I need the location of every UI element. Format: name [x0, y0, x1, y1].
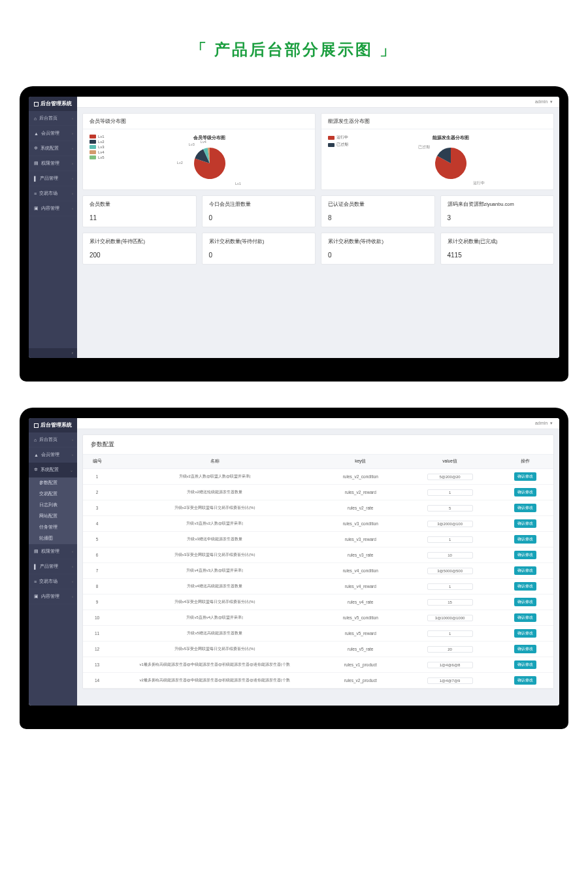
confirm-modify-button[interactable]: 确认修改 [514, 582, 536, 591]
table-row: 4升级v3直推v2人数@联盟开采率|rules_v3_condition确认修改 [83, 516, 553, 532]
settings-icon: ✲ [34, 467, 38, 472]
sidebar-item[interactable]: ▤权限管理› [29, 156, 77, 171]
chevron-right-icon: › [72, 131, 73, 135]
sidebar-item[interactable]: ✲系统配置⌄ [29, 463, 77, 478]
sidebar-collapse[interactable]: ‹ [29, 348, 77, 358]
th-key: key值 [318, 455, 403, 469]
stat-card: 累计交易数量(等待匹配)200 [82, 233, 197, 265]
cell-key: rules_v4_reward [318, 579, 403, 594]
confirm-modify-button[interactable]: 确认修改 [514, 535, 536, 544]
sidebar-item[interactable]: ✲系统配置› [29, 141, 77, 156]
confirm-modify-button[interactable]: 确认修改 [514, 645, 536, 653]
cell-no: 3 [83, 500, 111, 516]
value-input[interactable] [427, 630, 473, 637]
sidebar-item[interactable]: ▤权限管理› [29, 544, 77, 559]
sidebar-item[interactable]: ⌂后台首页› [29, 111, 77, 126]
value-input[interactable] [427, 615, 473, 621]
cell-no: 13 [83, 657, 111, 673]
monitor-frame-1: 后台管理系统 ⌂后台首页›▲会员管理›✲系统配置›▤权限管理›▌产品管理›≡交易… [20, 86, 568, 382]
cell-name: 升级v2直推人数@联盟人数@联盟开采率| [111, 469, 318, 485]
table-row: 11升级v5赠送高级能源发生器数量rules_v5_reward确认修改 [83, 626, 553, 642]
value-input[interactable] [427, 536, 473, 543]
stat-card: 会员数量11 [82, 195, 197, 227]
cell-key: rules_v5_rate [318, 642, 403, 657]
chart-title: 会员等级分布图 [193, 135, 225, 141]
confirm-modify-button[interactable]: 确认修改 [514, 660, 536, 669]
value-input[interactable] [427, 552, 473, 559]
table-row: 14v2最多拥有高级能源发生器@中级能源发生器@初级能源发生器@迷你能源发生器|… [83, 673, 553, 689]
confirm-modify-button[interactable]: 确认修改 [514, 551, 536, 559]
brand-icon [34, 423, 39, 428]
market-icon: ≡ [34, 191, 37, 196]
sidebar-subitem[interactable]: 任务管理 [29, 522, 77, 533]
legend-item: Lv4 [90, 150, 105, 154]
value-input[interactable] [427, 568, 473, 574]
user-menu[interactable]: admin ▾ [534, 421, 553, 425]
sidebar-item[interactable]: ≡交易市场› [29, 186, 77, 201]
table-row: 10升级v5直推v4人数@联盟开采率|rules_v5_condition确认修… [83, 610, 553, 626]
stat-label: 累计交易数量(等待收款) [328, 238, 428, 245]
panel-title: 会员等级分布图 [83, 114, 315, 129]
system-brand: 后台管理系统 [29, 418, 77, 432]
panel-member-distribution: 会员等级分布图 Lv1Lv2Lv3Lv4Lv5 会员等级分布图 [82, 113, 316, 190]
sidebar-item[interactable]: ▣内容管理› [29, 589, 77, 604]
stat-label: 源码来自资源部ziyuanbu.com [448, 201, 547, 208]
sidebar-item[interactable]: ▲会员管理› [29, 126, 77, 141]
confirm-modify-button[interactable]: 确认修改 [514, 629, 536, 638]
cell-no: 11 [83, 626, 111, 642]
sidebar-item[interactable]: ≡交易市场› [29, 574, 77, 589]
page-heading: 「 产品后台部分展示图 」 [0, 0, 588, 86]
value-input[interactable] [427, 599, 473, 606]
settings-icon: ✲ [34, 146, 38, 151]
sidebar-item[interactable]: ▣内容管理› [29, 201, 77, 216]
confirm-modify-button[interactable]: 确认修改 [514, 598, 536, 606]
value-input[interactable] [427, 505, 473, 512]
legend-item: Lv2 [90, 140, 105, 144]
value-input[interactable] [427, 677, 473, 684]
stat-value: 0 [209, 214, 309, 221]
sidebar-item[interactable]: ▌产品管理› [29, 171, 77, 186]
value-input[interactable] [427, 646, 473, 653]
cell-no: 9 [83, 594, 111, 610]
sidebar-subitem[interactable]: 交易配置 [29, 489, 77, 500]
home-icon: ⌂ [34, 438, 37, 442]
table-row: 3升级v2享受全网联盟每日交易手续费百分比(%)rules_v2_rate确认修… [83, 500, 553, 516]
confirm-modify-button[interactable]: 确认修改 [514, 519, 536, 528]
cell-no: 8 [83, 579, 111, 594]
value-input[interactable] [427, 474, 473, 480]
sidebar-item[interactable]: ▲会员管理› [29, 448, 77, 463]
confirm-modify-button[interactable]: 确认修改 [514, 504, 536, 512]
market-icon: ≡ [34, 579, 37, 584]
stat-value: 3 [448, 214, 547, 221]
user-menu[interactable]: admin ▾ [534, 99, 553, 104]
users-icon: ▲ [34, 453, 39, 457]
stat-label: 已认证会员数量 [328, 201, 428, 208]
sidebar-subitem[interactable]: 日志列表 [29, 500, 77, 511]
confirm-modify-button[interactable]: 确认修改 [514, 613, 536, 622]
value-input[interactable] [427, 521, 473, 527]
panel-generator-distribution: 能源发生器分布图 运行中已过期 能源发生器分布图 [321, 113, 554, 190]
table-row: 2升级v2赠送轮级能源发生器数量rules_v2_reward确认修改 [83, 485, 553, 500]
sidebar-item[interactable]: ⌂后台首页› [29, 432, 77, 448]
confirm-modify-button[interactable]: 确认修改 [514, 676, 536, 685]
stat-value: 11 [90, 214, 189, 221]
config-table: 编号 名称 key值 value值 操作 1升级v2直推人数@联盟人数@联盟开采… [83, 454, 553, 689]
sidebar-item[interactable]: ▌产品管理› [29, 559, 77, 574]
value-input[interactable] [427, 489, 473, 496]
confirm-modify-button[interactable]: 确认修改 [514, 566, 536, 575]
cell-no: 10 [83, 610, 111, 626]
cell-no: 12 [83, 642, 111, 657]
sidebar-subitem[interactable]: 网站配置 [29, 511, 77, 522]
stat-value: 0 [209, 252, 309, 259]
value-input[interactable] [427, 583, 473, 590]
cell-name: 升级v5直推v4人数@联盟开采率| [111, 610, 318, 626]
confirm-modify-button[interactable]: 确认修改 [514, 472, 536, 481]
cell-no: 6 [83, 547, 111, 563]
legend-item: 运行中 [328, 135, 348, 140]
legend-item: Lv1 [90, 135, 105, 138]
sidebar-subitem[interactable]: 参数配置 [29, 478, 77, 489]
confirm-modify-button[interactable]: 确认修改 [514, 488, 536, 496]
sidebar: 后台管理系统 ⌂后台首页›▲会员管理›✲系统配置⌄参数配置交易配置日志列表网站配… [29, 418, 77, 706]
value-input[interactable] [427, 662, 473, 668]
sidebar-subitem[interactable]: 轮播图 [29, 533, 77, 544]
